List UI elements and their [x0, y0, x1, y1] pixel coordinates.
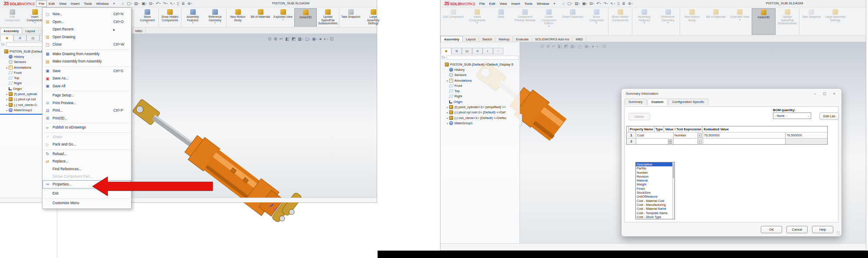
propertymanager-tab-icon[interactable]: ≣	[451, 48, 462, 54]
tree-item[interactable]: Front	[446, 83, 519, 88]
undo-icon[interactable]: ↶▾	[155, 1, 162, 6]
property-option[interactable]: Weight	[636, 182, 674, 186]
menu-item[interactable]: Window	[535, 1, 551, 7]
print-icon[interactable]: ⊟▾	[589, 1, 595, 6]
display-pane-icon[interactable]: ≣	[181, 1, 187, 6]
menu-item[interactable]: File	[36, 1, 46, 7]
view-settings-icon[interactable]: ⊡	[330, 36, 334, 41]
tree-item[interactable]: Right	[446, 94, 519, 99]
apply-scene-icon[interactable]: ◐▾	[324, 36, 328, 41]
menu-item[interactable]: View	[497, 1, 509, 7]
apply-scene-icon[interactable]: ◐▾	[596, 44, 601, 49]
propertymanager-tab-icon[interactable]: ≣	[13, 35, 26, 41]
dropdown-button-icon[interactable]: ▾	[697, 139, 702, 144]
file-menu-item[interactable]: ▣ Save All	[43, 83, 131, 90]
value-cell[interactable]: 76.500000	[703, 132, 786, 138]
new-motion-study-button[interactable]: New Motion Study	[680, 8, 704, 35]
ribbon-tab[interactable]: Assembly	[0, 28, 22, 33]
exploded-view-button[interactable]: Exploded View ▾	[272, 8, 294, 26]
redo-icon[interactable]: ↷▾	[162, 1, 169, 6]
large-assembly-settings-button[interactable]: Large Assembly Settings	[362, 8, 385, 26]
file-menu-item[interactable]: ▣ Save As...	[43, 75, 131, 83]
tree-item[interactable]: Origin	[446, 99, 519, 104]
file-menu-item[interactable]: Open Recent ▸	[43, 26, 131, 33]
touch-mode-icon[interactable]: ▯	[176, 1, 181, 6]
configurationmanager-tab-icon[interactable]: ▤	[462, 48, 472, 54]
new-document-icon[interactable]: ▢▾	[566, 1, 573, 6]
menu-item[interactable]: Window	[94, 1, 111, 7]
property-option[interactable]: Finish	[636, 187, 674, 191]
file-menu-item[interactable]: ⊙ Print Preview...	[43, 99, 131, 107]
file-menu-item[interactable]: ℮ Publish to eDrawings	[43, 124, 131, 132]
ribbon-tab[interactable]: Layout	[463, 36, 479, 42]
property-option[interactable]: PartNo	[636, 166, 674, 170]
ribbon-tab[interactable]: MBD	[132, 28, 146, 33]
view-settings-icon[interactable]: ⊡	[602, 44, 606, 49]
dialog-tab[interactable]: Custom	[648, 99, 667, 105]
delete-button[interactable]: Delete	[628, 113, 650, 120]
display-pane-icon[interactable]: ≣	[621, 1, 627, 6]
property-name-cell[interactable]: ▾	[636, 139, 674, 144]
menu-item[interactable]: Insert	[509, 1, 522, 7]
save-icon[interactable]: ▣▾!	[140, 1, 148, 6]
file-menu-item[interactable]: ▦ Make Drawing from Assembly	[43, 50, 131, 58]
property-option[interactable]: Cost - Material Name	[636, 207, 674, 211]
property-option[interactable]: Revision	[636, 175, 674, 179]
menu-item[interactable]: Tools	[82, 1, 94, 7]
select-icon[interactable]: ↖▾	[169, 1, 176, 6]
ribbon-tab[interactable]: Layout	[22, 28, 39, 33]
pin-menu-icon[interactable]: ✦	[111, 2, 117, 6]
update-speedpak-button[interactable]: Update SpeedPak Subassemblies	[776, 8, 799, 35]
menu-item[interactable]: Edit	[46, 1, 57, 7]
view-orientation-icon[interactable]: ▦▾	[298, 36, 303, 41]
close-icon[interactable]: ×	[829, 90, 839, 97]
featuremanager-tab-icon[interactable]: ◆	[0, 35, 13, 41]
previous-view-icon[interactable]: ↩	[279, 36, 283, 41]
property-option[interactable]: StockSize	[636, 191, 674, 195]
tree-item[interactable]: Sensors	[446, 73, 519, 78]
touch-mode-icon[interactable]: ▯	[616, 1, 621, 6]
ribbon-tab[interactable]: Markup	[496, 36, 513, 42]
property-option[interactable]: Cost - Material Cost	[636, 199, 674, 203]
zoom-fit-icon[interactable]: ⊙	[268, 36, 272, 41]
show-hidden-components-button[interactable]: Show Hidden Components	[159, 8, 181, 26]
ribbon-tab[interactable]: Sketch	[479, 36, 496, 42]
appearance-tools-icon[interactable]: ◩	[292, 36, 296, 41]
hide-show-items-icon[interactable]: ◉▾	[312, 36, 317, 41]
dropdown-scrollbar[interactable]	[672, 162, 674, 219]
take-snapshot-button[interactable]: Take Snapshot	[339, 8, 362, 26]
reference-geometry-button[interactable]: Reference Geometry ▾	[656, 8, 680, 35]
menu-item[interactable]: Insert	[69, 1, 82, 7]
dialog-tab[interactable]: Configuration Specific	[668, 99, 708, 105]
zoom-area-icon[interactable]: ⊕	[273, 36, 277, 41]
file-menu-item[interactable]: Find References...	[43, 165, 131, 173]
tree-item[interactable]: Top	[446, 88, 519, 93]
file-menu-item[interactable]: Customize Menu	[43, 199, 131, 207]
assembly-features-button[interactable]: Assembly Features ▾	[632, 8, 656, 35]
ribbon-tab[interactable]: SOLIDWORKS Add-Ins	[532, 36, 572, 42]
edit-appearance-icon[interactable]: ●	[319, 36, 322, 41]
show-hidden-components-button[interactable]: Show Hidden Components	[608, 8, 632, 35]
bill-of-materials-button[interactable]: Bill of Materials	[704, 8, 728, 35]
tree-filter[interactable]: ▽ ▾	[441, 55, 519, 60]
edit-component-button[interactable]: Edit Component	[441, 8, 465, 35]
move-component-button[interactable]: Move Component ▾	[136, 8, 159, 26]
component-preview-window-button[interactable]: Component Preview Window	[513, 8, 537, 35]
property-option[interactable]: Number	[636, 171, 674, 175]
bill-of-materials-button[interactable]: Bill of Materials	[249, 8, 272, 26]
ribbon-tab[interactable]: MBD	[572, 36, 586, 42]
type-cell[interactable]: Number▾	[674, 132, 703, 138]
move-component-button[interactable]: Move Component ▾	[585, 8, 608, 35]
ribbon-tab[interactable]: Assembly	[441, 36, 463, 42]
exploded-view-button[interactable]: Exploded View ▾	[728, 8, 752, 35]
home-icon[interactable]: ⌂	[561, 1, 566, 6]
dropdown-button-icon[interactable]: ▾	[697, 133, 702, 138]
file-menu-item[interactable]: ▣ Save Ctrl+S	[43, 67, 131, 75]
new-motion-study-button[interactable]: New Motion Study	[227, 8, 249, 26]
smart-fasteners-button[interactable]: Smart Fasteners	[561, 8, 585, 35]
displaymanager-tab-icon[interactable]: ◐	[483, 48, 493, 54]
assembly-features-button[interactable]: Assembly Features ▾	[181, 8, 204, 26]
file-menu-item[interactable]: ▢ Close Ctrl+W	[43, 41, 131, 49]
file-menu-item[interactable]: ↗ Share	[43, 133, 131, 141]
dropdown-button-icon[interactable]: ▾	[668, 139, 672, 144]
